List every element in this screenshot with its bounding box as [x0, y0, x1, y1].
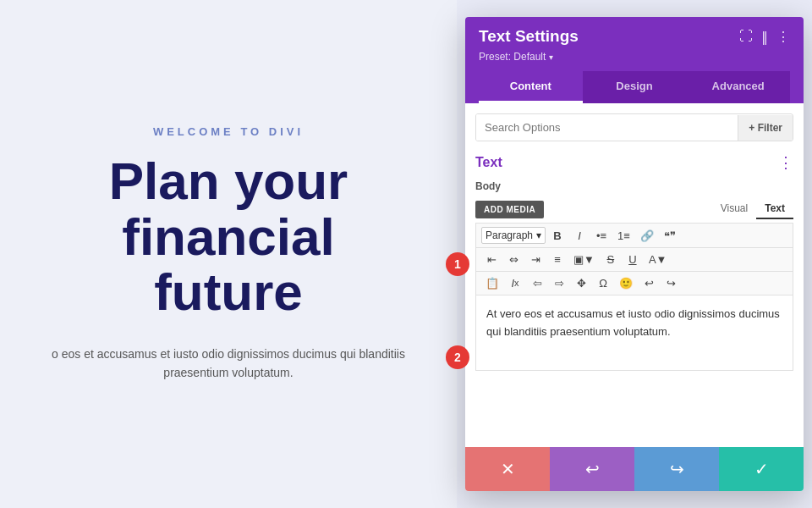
- tab-text[interactable]: Text: [756, 199, 793, 219]
- indent-right-button[interactable]: ⇨: [549, 275, 569, 291]
- panel-header: Text Settings ⛶ ‖ ⋮ Preset: Default ▾ Co…: [465, 17, 804, 103]
- toolbar-row-1: Paragraph ▾ B I •≡ 1≡ 🔗 ❝❞: [475, 223, 793, 247]
- search-input[interactable]: [476, 114, 738, 141]
- panel-body: + Filter Text ⋮ Body ADD MEDIA Visual Te…: [465, 103, 804, 447]
- preset-arrow: ▾: [549, 52, 553, 62]
- section-menu-icon[interactable]: ⋮: [778, 153, 793, 172]
- link-button[interactable]: 🔗: [636, 228, 658, 244]
- preset-label[interactable]: Preset: Default ▾: [479, 51, 790, 63]
- toolbar-row-3: 📋 Ix ⇦ ⇨ ✥ Ω 🙂 ↩ ↪: [475, 271, 793, 295]
- section-title: Text: [475, 155, 502, 170]
- more-icon[interactable]: ⋮: [776, 29, 790, 45]
- tab-advanced[interactable]: Advanced: [686, 71, 790, 103]
- editor-content[interactable]: At vero eos et accusamus et iusto odio d…: [475, 295, 793, 371]
- subtext: o eos et accusamus et iusto odio digniss…: [51, 345, 406, 383]
- paragraph-arrow: ▾: [536, 229, 541, 241]
- quote-button[interactable]: ❝❞: [660, 228, 680, 244]
- tab-design[interactable]: Design: [583, 71, 687, 103]
- italic-button[interactable]: I: [569, 228, 590, 244]
- body-label: Body: [475, 180, 793, 192]
- filter-button[interactable]: + Filter: [738, 115, 793, 141]
- panel-header-icons: ⛶ ‖ ⋮: [739, 29, 790, 45]
- columns-icon[interactable]: ‖: [761, 29, 768, 45]
- table-button[interactable]: ▣▼: [569, 251, 599, 268]
- welcome-text: WELCOME TO DIVI: [153, 125, 304, 138]
- tab-content[interactable]: Content: [479, 71, 583, 103]
- section-header: Text ⋮: [475, 153, 793, 172]
- clear-format-button[interactable]: Ix: [505, 275, 525, 291]
- font-color-button[interactable]: A▼: [645, 251, 672, 268]
- tab-visual[interactable]: Visual: [712, 199, 756, 219]
- fullscreen-button[interactable]: ✥: [571, 275, 591, 291]
- badge-1: 1: [446, 252, 469, 276]
- paragraph-label: Paragraph: [486, 229, 533, 241]
- panel-title: Text Settings: [479, 27, 579, 46]
- align-center-button[interactable]: ⇔: [503, 251, 524, 268]
- save-button[interactable]: ✓: [719, 447, 804, 491]
- paragraph-select[interactable]: Paragraph ▾: [481, 227, 546, 244]
- search-bar: + Filter: [475, 113, 793, 141]
- expand-icon[interactable]: ⛶: [739, 29, 753, 44]
- left-panel: WELCOME TO DIVI Plan yourfinancialfuture…: [0, 0, 457, 508]
- indent-left-button[interactable]: ⇦: [527, 275, 547, 291]
- view-tabs: Visual Text: [712, 199, 793, 219]
- settings-panel: Text Settings ⛶ ‖ ⋮ Preset: Default ▾ Co…: [465, 17, 804, 491]
- align-left-button[interactable]: ⇤: [481, 251, 502, 268]
- bold-button[interactable]: B: [547, 228, 568, 244]
- emoji-button[interactable]: 🙂: [615, 275, 637, 291]
- redo-toolbar-button[interactable]: ↪: [661, 275, 681, 291]
- paste-button[interactable]: 📋: [481, 275, 503, 291]
- strikethrough-button[interactable]: S: [601, 251, 621, 268]
- ul-button[interactable]: •≡: [591, 228, 612, 244]
- align-justify-button[interactable]: ≡: [547, 251, 568, 268]
- special-char-button[interactable]: Ω: [593, 275, 613, 291]
- add-media-button[interactable]: ADD MEDIA: [475, 201, 544, 218]
- panel-footer: ✕ ↩ ↪ ✓: [465, 447, 804, 491]
- badge-2: 2: [446, 345, 469, 369]
- cancel-button[interactable]: ✕: [465, 447, 550, 491]
- redo-button[interactable]: ↪: [634, 447, 719, 491]
- panel-tabs: Content Design Advanced: [479, 71, 790, 103]
- align-right-button[interactable]: ⇥: [525, 251, 546, 268]
- editor-header: ADD MEDIA Visual Text: [475, 199, 793, 219]
- underline-button[interactable]: U: [623, 251, 643, 268]
- undo-toolbar-button[interactable]: ↩: [639, 275, 659, 291]
- headline: Plan yourfinancialfuture: [109, 153, 348, 318]
- toolbar-row-2: ⇤ ⇔ ⇥ ≡ ▣▼ S U A▼: [475, 247, 793, 271]
- ol-button[interactable]: 1≡: [613, 228, 634, 244]
- undo-button[interactable]: ↩: [550, 447, 634, 491]
